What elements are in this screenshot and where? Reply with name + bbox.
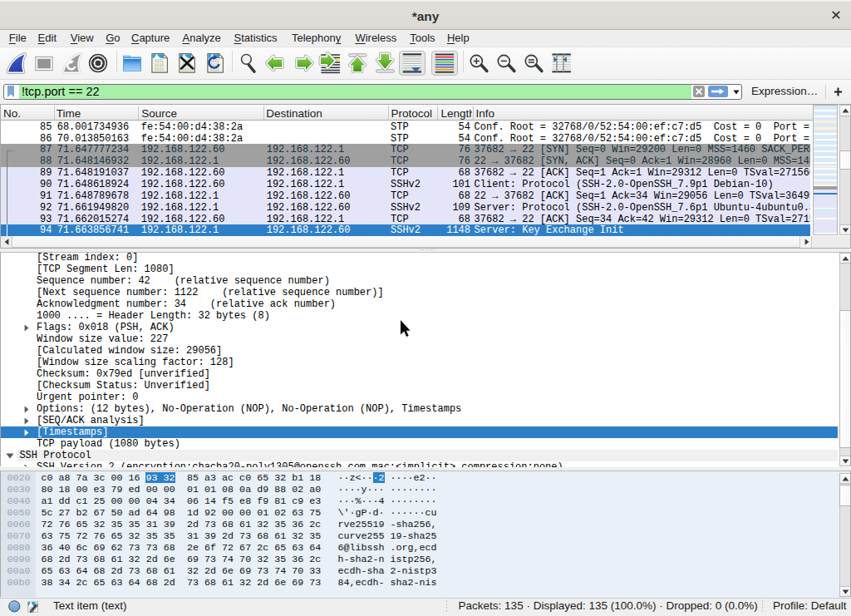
- svg-text:0111: 0111: [155, 67, 164, 71]
